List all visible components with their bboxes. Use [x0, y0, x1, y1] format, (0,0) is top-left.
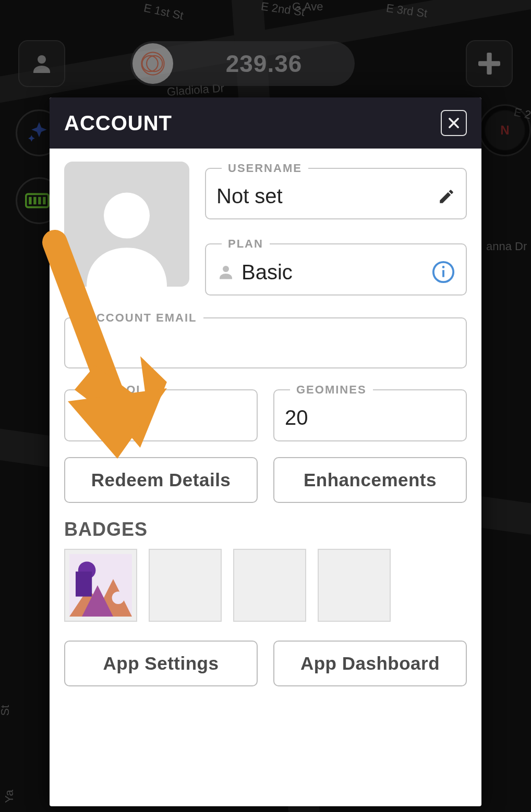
street-label: G Ave: [292, 0, 323, 14]
edit-username-button[interactable]: [438, 188, 455, 205]
info-icon: [431, 260, 455, 284]
modal-title: ACCOUNT: [64, 112, 172, 135]
app-settings-button[interactable]: App Settings: [64, 641, 258, 686]
account-modal: ACCOUNT USERNAME Not set: [50, 97, 481, 806]
account-email-label: ACCOUNT EMAIL: [81, 311, 203, 325]
plus-icon: [475, 49, 504, 78]
street-label: E 1st St: [142, 1, 185, 22]
badge-art-icon: [69, 554, 132, 617]
account-email-field: ACCOUNT EMAIL: [64, 311, 467, 368]
balance-value: 239.36: [173, 50, 355, 78]
street-label: St: [0, 705, 12, 716]
compass-n-label: N: [500, 123, 509, 138]
redeem-details-button[interactable]: Redeem Details: [64, 457, 258, 503]
svg-point-2: [142, 56, 158, 71]
geomines-label: GEOMINES: [290, 383, 373, 397]
add-hud-button[interactable]: [466, 40, 513, 87]
avatar-placeholder-icon: [69, 172, 184, 287]
svg-rect-10: [38, 197, 41, 204]
close-icon: [446, 116, 461, 130]
badges-title: BADGES: [64, 519, 467, 540]
plan-info-button[interactable]: [431, 260, 455, 284]
profile-hud-button[interactable]: [18, 40, 65, 87]
plan-field: PLAN Basic: [205, 237, 467, 296]
svg-rect-11: [43, 197, 45, 204]
badge-slot-3[interactable]: [233, 549, 306, 622]
coin-icon: [132, 43, 173, 84]
avatar[interactable]: [64, 162, 189, 287]
person-icon: [29, 51, 54, 76]
svg-point-15: [223, 266, 229, 272]
street-label: anna Dr: [486, 240, 527, 253]
plan-value: Basic: [242, 261, 425, 284]
modal-header: ACCOUNT: [50, 97, 481, 149]
days-old-value: [76, 406, 246, 430]
days-old-label: DAYS OLD: [81, 383, 160, 397]
username-label: USERNAME: [222, 162, 308, 175]
username-field: USERNAME Not set: [205, 162, 467, 219]
svg-rect-9: [33, 197, 36, 204]
svg-point-3: [147, 56, 162, 71]
username-value: Not set: [216, 184, 431, 208]
plan-label: PLAN: [222, 237, 270, 251]
svg-rect-5: [478, 61, 500, 66]
app-dashboard-button[interactable]: App Dashboard: [273, 641, 467, 686]
days-old-field: DAYS OLD: [64, 383, 258, 441]
svg-rect-23: [76, 572, 92, 597]
geomines-field: GEOMINES 20: [273, 383, 467, 441]
badges-row: [64, 549, 467, 622]
svg-point-24: [112, 592, 125, 604]
close-button[interactable]: [441, 110, 467, 136]
pencil-icon: [438, 188, 455, 205]
svg-rect-8: [29, 197, 31, 204]
badge-slot-4[interactable]: [318, 549, 391, 622]
badge-slot-2[interactable]: [149, 549, 222, 622]
svg-point-14: [104, 193, 150, 239]
sparkle-icon: [26, 120, 52, 146]
person-icon: [216, 263, 235, 281]
compass[interactable]: N: [479, 104, 531, 156]
balance-pill[interactable]: 239.36: [130, 41, 355, 86]
account-email-value: [76, 334, 455, 357]
svg-point-18: [442, 266, 445, 268]
enhancements-button[interactable]: Enhancements: [273, 457, 467, 503]
street-label: Ya: [3, 790, 16, 803]
badge-slot-1[interactable]: [64, 549, 137, 622]
battery-icon: [25, 190, 53, 211]
geomines-value: 20: [285, 406, 455, 429]
hud-bar: 239.36: [0, 38, 531, 90]
svg-point-0: [38, 55, 46, 64]
